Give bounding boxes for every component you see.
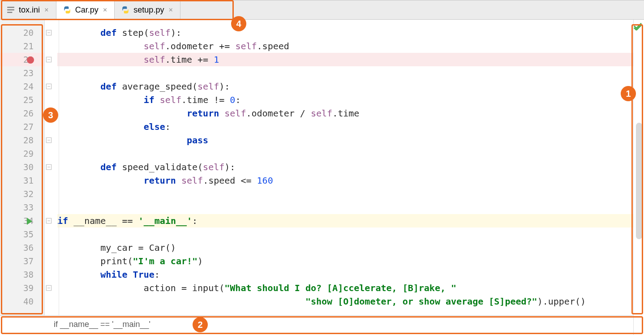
- editor-tabbar: tox.ini × Car.py × setup.py ×: [0, 0, 644, 20]
- fold-row[interactable]: [45, 93, 57, 107]
- fold-row[interactable]: [45, 241, 57, 254]
- fold-toggle-icon[interactable]: [46, 137, 52, 143]
- fold-row[interactable]: [45, 147, 57, 160]
- code-area[interactable]: def step(self): self.odometer += self.sp…: [57, 20, 644, 315]
- code-line[interactable]: "show [O]dometer, or show average [S]pee…: [57, 295, 644, 308]
- fold-row[interactable]: [45, 187, 57, 201]
- fold-row[interactable]: [45, 174, 57, 187]
- fold-toggle-icon[interactable]: [46, 56, 52, 63]
- line-number[interactable]: 38: [0, 268, 44, 281]
- line-number[interactable]: 20: [0, 26, 44, 39]
- line-number[interactable]: 27: [0, 120, 44, 133]
- fold-toggle-icon[interactable]: [46, 30, 52, 36]
- close-icon[interactable]: ×: [43, 6, 50, 13]
- fold-row[interactable]: [45, 254, 57, 268]
- code-line[interactable]: if self.time != 0:: [57, 93, 644, 107]
- code-line[interactable]: def step(self):: [57, 26, 644, 39]
- fold-row[interactable]: [45, 268, 57, 281]
- code-line[interactable]: def average_speed(self):: [57, 80, 644, 93]
- fold-row[interactable]: [45, 295, 57, 308]
- inspection-ok-icon: [633, 21, 642, 32]
- fold-row[interactable]: [45, 160, 57, 174]
- fold-row[interactable]: [45, 80, 57, 93]
- breakpoint-icon[interactable]: [27, 56, 34, 64]
- close-icon[interactable]: ×: [167, 6, 174, 13]
- code-line[interactable]: [57, 187, 644, 201]
- tab-setup-py[interactable]: setup.py ×: [115, 0, 180, 19]
- run-gutter-icon[interactable]: [27, 218, 32, 225]
- line-number[interactable]: 33: [0, 201, 44, 214]
- fold-row[interactable]: [45, 66, 57, 80]
- line-number[interactable]: 24: [0, 80, 44, 93]
- code-line[interactable]: action = input("What should I do? [A]cce…: [57, 281, 644, 295]
- fold-toggle-icon[interactable]: [46, 218, 52, 224]
- scrollbar-thumb[interactable]: [636, 123, 642, 239]
- fold-row[interactable]: [45, 26, 57, 39]
- breadcrumb-bar[interactable]: if __name__ == '__main__': [0, 315, 644, 333]
- code-line[interactable]: self.odometer += self.speed: [57, 39, 644, 53]
- breadcrumb-segment[interactable]: if __name__ == '__main__': [54, 320, 150, 329]
- code-line[interactable]: my_car = Car(): [57, 241, 644, 254]
- line-number[interactable]: 22: [0, 53, 44, 66]
- line-number[interactable]: 28: [0, 133, 44, 147]
- tab-label: tox.ini: [19, 5, 40, 15]
- ini-file-icon: [6, 5, 15, 14]
- fold-row[interactable]: [45, 133, 57, 147]
- tab-car-py[interactable]: Car.py ×: [56, 0, 115, 20]
- line-number[interactable]: 37: [0, 254, 44, 268]
- code-line[interactable]: [57, 66, 644, 80]
- line-number[interactable]: 34: [0, 214, 44, 228]
- close-icon[interactable]: ×: [102, 6, 108, 13]
- fold-toggle-icon[interactable]: [46, 285, 52, 291]
- code-line[interactable]: return self.odometer / self.time: [57, 107, 644, 120]
- line-number[interactable]: 32: [0, 187, 44, 201]
- line-number[interactable]: 36: [0, 241, 44, 254]
- code-line[interactable]: self.time += 1: [57, 53, 644, 66]
- line-number[interactable]: 39: [0, 281, 44, 295]
- callout-4: 4: [231, 16, 246, 31]
- line-number[interactable]: 30: [0, 160, 44, 174]
- line-number[interactable]: 40: [0, 295, 44, 308]
- python-file-icon: [121, 5, 130, 14]
- svg-rect-0: [7, 7, 14, 8]
- line-number[interactable]: 29: [0, 147, 44, 160]
- code-line[interactable]: print("I'm a car!"): [57, 254, 644, 268]
- code-line[interactable]: [57, 147, 644, 160]
- python-file-icon: [63, 5, 72, 14]
- fold-row[interactable]: [45, 39, 57, 53]
- code-line[interactable]: pass: [57, 133, 644, 147]
- fold-row[interactable]: [45, 53, 57, 66]
- editor-area: 2021222324252627282930313233343536373839…: [0, 20, 644, 315]
- svg-rect-2: [7, 12, 12, 13]
- code-line[interactable]: def speed_validate(self):: [57, 160, 644, 174]
- line-number[interactable]: 25: [0, 93, 44, 107]
- code-line[interactable]: [57, 228, 644, 241]
- gutter[interactable]: 2021222324252627282930313233343536373839…: [0, 20, 45, 315]
- tab-label: setup.py: [133, 5, 164, 15]
- error-stripe[interactable]: [633, 20, 644, 335]
- tab-label: Car.py: [75, 5, 99, 15]
- line-number[interactable]: 35: [0, 228, 44, 241]
- fold-row[interactable]: [45, 214, 57, 228]
- svg-rect-1: [7, 9, 14, 10]
- code-line[interactable]: while True:: [57, 268, 644, 281]
- code-line[interactable]: else:: [57, 120, 644, 133]
- code-line[interactable]: return self.speed <= 160: [57, 174, 644, 187]
- callout-2: 2: [193, 317, 208, 332]
- fold-toggle-icon[interactable]: [46, 83, 52, 90]
- fold-row[interactable]: [45, 201, 57, 214]
- tab-tox-ini[interactable]: tox.ini ×: [0, 0, 56, 19]
- callout-3: 3: [43, 107, 58, 123]
- line-number[interactable]: 21: [0, 39, 44, 53]
- code-line[interactable]: [57, 201, 644, 214]
- code-line[interactable]: if __name__ == '__main__':: [57, 214, 644, 228]
- fold-row[interactable]: [45, 281, 57, 295]
- line-number[interactable]: 26: [0, 107, 44, 120]
- fold-toggle-icon[interactable]: [46, 164, 52, 170]
- line-number[interactable]: 23: [0, 66, 44, 80]
- line-number[interactable]: 31: [0, 174, 44, 187]
- fold-column[interactable]: [45, 20, 57, 315]
- callout-1: 1: [621, 86, 636, 101]
- fold-row[interactable]: [45, 228, 57, 241]
